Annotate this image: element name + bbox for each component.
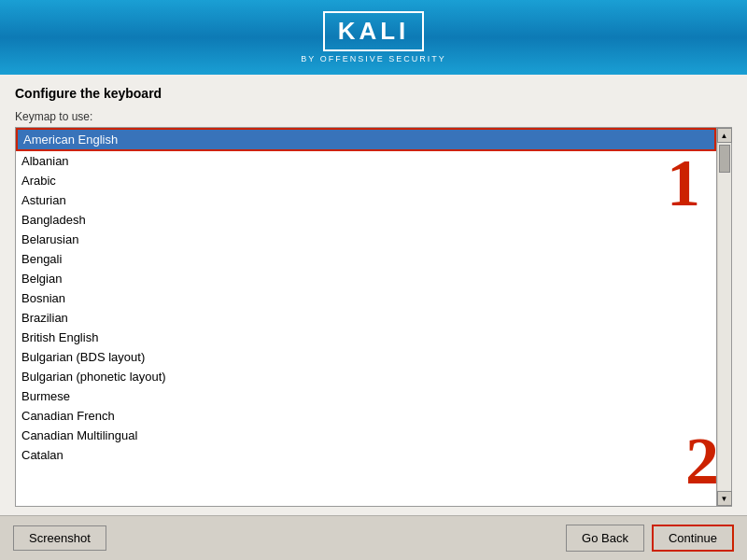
list-item[interactable]: Burmese [16, 386, 716, 406]
list-item[interactable]: British English [16, 328, 716, 347]
list-item[interactable]: Albanian [16, 151, 716, 171]
list-item[interactable]: Bangladesh [16, 210, 716, 230]
list-item[interactable]: Bosnian [16, 288, 716, 308]
list-item[interactable]: Bulgarian (phonetic layout) [16, 367, 716, 386]
kali-logo-sub: BY OFFENSIVE SECURITY [301, 54, 445, 63]
kali-logo-text: KALI [323, 11, 425, 51]
go-back-button[interactable]: Go Back [566, 525, 644, 552]
list-item[interactable]: Canadian French [16, 406, 716, 426]
main-content: Configure the keyboard Keymap to use: Am… [0, 75, 747, 515]
list-item[interactable]: Bulgarian (BDS layout) [16, 347, 716, 367]
footer: Screenshot Go Back Continue [0, 515, 747, 560]
header: KALI BY OFFENSIVE SECURITY [0, 0, 747, 75]
list-item[interactable]: American English [16, 128, 716, 151]
scrollbar[interactable]: ▲ ▼ [716, 128, 731, 506]
list-item[interactable]: Catalan [16, 445, 716, 465]
list-item[interactable]: Belgian [16, 269, 716, 288]
kali-logo: KALI BY OFFENSIVE SECURITY [301, 11, 445, 63]
list-item[interactable]: Bengali [16, 249, 716, 269]
scrollbar-down-button[interactable]: ▼ [717, 491, 732, 506]
list-item[interactable]: Arabic [16, 171, 716, 190]
footer-right-buttons: Go Back Continue [566, 525, 734, 552]
list-item[interactable]: Belarusian [16, 230, 716, 249]
scrollbar-thumb[interactable] [719, 145, 730, 173]
list-item[interactable]: Brazilian [16, 308, 716, 328]
section-title: Configure the keyboard [15, 86, 732, 101]
continue-button[interactable]: Continue [652, 525, 734, 552]
screenshot-button[interactable]: Screenshot [13, 525, 106, 551]
scrollbar-up-button[interactable]: ▲ [717, 128, 732, 143]
keymap-label: Keymap to use: [15, 110, 732, 123]
list-item[interactable]: Canadian Multilingual [16, 426, 716, 445]
keymap-listbox[interactable]: American EnglishAlbanianArabicAsturianBa… [16, 128, 716, 506]
listbox-wrapper: American EnglishAlbanianArabicAsturianBa… [15, 127, 732, 507]
scrollbar-track [718, 143, 731, 491]
list-item[interactable]: Asturian [16, 190, 716, 210]
